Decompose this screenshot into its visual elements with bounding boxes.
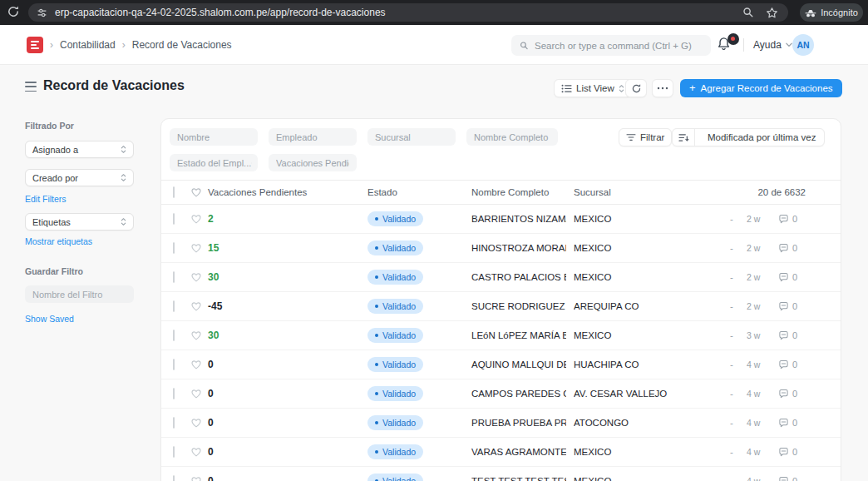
table-row[interactable]: 0 Validado VARAS AGRAMONTE ... MEXICO - … <box>161 438 841 467</box>
comment-count: 0 <box>792 243 797 253</box>
row-checkbox[interactable] <box>173 476 175 481</box>
comment-count: 0 <box>792 476 797 481</box>
row-status-badge: Validado <box>367 357 423 372</box>
filter-sucursal-input[interactable] <box>367 128 456 146</box>
like-heart-icon[interactable] <box>190 360 202 370</box>
row-comments: 0 <box>778 418 797 428</box>
table-row[interactable]: 0 Validado CAMPOS PAREDES G... AV. CESAR… <box>161 379 841 409</box>
row-checkbox[interactable] <box>173 418 175 428</box>
row-branch: MEXICO <box>574 447 698 457</box>
select-all-checkbox[interactable] <box>173 187 175 197</box>
filter-nombre-completo-input[interactable] <box>466 128 558 146</box>
show-tags-link[interactable]: Mostrar etiquetas <box>25 236 92 246</box>
column-sucursal[interactable]: Sucursal <box>574 187 611 197</box>
like-heart-icon[interactable] <box>190 330 202 341</box>
site-info-icon[interactable] <box>37 7 47 18</box>
like-heart-icon[interactable] <box>190 476 202 481</box>
row-pending-value: 30 <box>208 330 219 341</box>
created-by-select[interactable]: Creado por <box>25 169 134 186</box>
address-bar[interactable]: erp-capacitacion-qa-24-02-2025.shalom.co… <box>28 3 788 22</box>
column-vacaciones-pendientes[interactable]: Vacaciones Pendientes <box>208 187 307 197</box>
status-dot-icon <box>375 305 378 308</box>
row-checkbox[interactable] <box>173 214 175 224</box>
app-logo[interactable] <box>27 37 43 53</box>
show-saved-link[interactable]: Show Saved <box>25 314 74 324</box>
row-status-badge: Validado <box>367 386 423 401</box>
like-filter-icon[interactable] <box>190 187 202 198</box>
filter-vacaciones-pendientes-input[interactable] <box>269 154 357 171</box>
like-heart-icon[interactable] <box>190 389 202 399</box>
assigned-to-select[interactable]: Asignado a <box>25 141 134 158</box>
table-row[interactable]: 30 Validado LEóN LóPEZ MARÍA B... MEXICO… <box>161 321 841 350</box>
row-comments: 0 <box>778 476 797 481</box>
row-status-badge: Validado <box>367 444 423 459</box>
filter-nombre-input[interactable] <box>170 128 258 146</box>
tags-select[interactable]: Etiquetas <box>25 213 134 231</box>
breadcrumb-item-record-de-vacaciones[interactable]: Record de Vacaciones <box>132 39 232 51</box>
add-record-button[interactable]: + Agregar Record de Vacaciones <box>680 79 842 97</box>
like-heart-icon[interactable] <box>190 418 202 429</box>
table-row[interactable]: 0 Validado TEST TEST TEST TEST... MEXICO… <box>161 467 841 481</box>
row-checkbox[interactable] <box>173 272 175 282</box>
like-heart-icon[interactable] <box>190 243 202 254</box>
view-switcher-button[interactable]: List View <box>554 79 632 97</box>
browser-reload-icon[interactable] <box>7 5 22 20</box>
filter-name-input[interactable] <box>25 285 134 303</box>
table-row[interactable]: 30 Validado CASTRO PALACIOS B... MEXICO … <box>161 263 841 292</box>
sidebar-toggle-icon[interactable] <box>25 82 37 92</box>
table-row[interactable]: -45 Validado SUCRE RODRIGUEZ J... AREQUI… <box>161 292 841 321</box>
status-dot-icon <box>375 275 378 279</box>
record-count[interactable]: 20 de 6632 <box>757 187 806 197</box>
sort-button[interactable]: Modificada por última vez <box>672 128 825 146</box>
row-checkbox[interactable] <box>173 447 175 457</box>
edit-filters-link[interactable]: Edit Filters <box>25 194 67 204</box>
page-head: Record de Vacaciones List View + Agregar… <box>0 73 868 103</box>
row-checkbox[interactable] <box>173 330 175 340</box>
row-checkbox[interactable] <box>173 301 175 311</box>
bookmark-star-icon[interactable] <box>766 7 778 19</box>
like-heart-icon[interactable] <box>190 272 202 283</box>
user-avatar[interactable]: AN <box>792 34 814 56</box>
column-estado[interactable]: Estado <box>367 187 397 197</box>
table-row[interactable]: 0 Validado PRUEBA PRUEBA PRU... ATOCONGO… <box>161 409 841 438</box>
row-checkbox[interactable] <box>173 360 175 369</box>
sort-descending-icon <box>678 133 689 142</box>
row-assigned: - <box>730 272 733 282</box>
like-heart-icon[interactable] <box>190 214 202 225</box>
breadcrumb: › Contabilidad › Record de Vacaciones <box>50 25 232 65</box>
sort-direction-toggle[interactable] <box>673 129 695 146</box>
like-heart-icon[interactable] <box>190 301 202 312</box>
estado-empleado-placeholder: Estado del Empl... <box>177 158 251 168</box>
more-options-button[interactable] <box>652 79 673 97</box>
zoom-icon[interactable] <box>742 7 754 18</box>
filter-empleado-input[interactable] <box>269 128 357 146</box>
app-navbar: › Contabilidad › Record de Vacaciones Ay… <box>0 25 868 65</box>
table-row[interactable]: 2 Validado BARRIENTOS NIZAMA... MEXICO -… <box>161 205 841 234</box>
table-row[interactable]: 0 Validado AQUINO MALLQUI DE... HUACHIPA… <box>161 350 841 379</box>
url-text[interactable]: erp-capacitacion-qa-24-02-2025.shalom.co… <box>55 7 742 18</box>
row-full-name: BARRIENTOS NIZAMA... <box>471 214 566 224</box>
row-checkbox[interactable] <box>173 243 175 253</box>
refresh-button[interactable] <box>625 79 647 97</box>
row-status-badge: Validado <box>367 270 423 285</box>
row-full-name: AQUINO MALLQUI DE... <box>471 360 566 369</box>
filter-button[interactable]: Filtrar <box>619 128 672 146</box>
tags-value: Etiquetas <box>32 217 71 227</box>
search-input[interactable] <box>535 41 703 51</box>
row-assigned: - <box>730 301 733 311</box>
row-comments: 0 <box>778 360 797 369</box>
breadcrumb-item-contabilidad[interactable]: Contabilidad <box>60 39 116 51</box>
filter-estado-empleado-select[interactable]: Estado del Empl... <box>170 154 258 171</box>
status-dot-icon <box>375 217 378 221</box>
comment-count: 0 <box>792 301 797 311</box>
comment-count: 0 <box>792 389 797 399</box>
table-row[interactable]: 15 Validado HINOSTROZA MORAL... MEXICO -… <box>161 234 841 263</box>
help-dropdown[interactable]: Ayuda <box>753 25 792 65</box>
comment-icon <box>778 447 789 457</box>
like-heart-icon[interactable] <box>190 447 202 458</box>
global-search[interactable] <box>511 35 711 56</box>
row-full-name: TEST TEST TEST TEST... <box>471 476 566 481</box>
notifications-button[interactable] <box>717 37 735 55</box>
row-checkbox[interactable] <box>173 389 175 399</box>
column-nombre-completo[interactable]: Nombre Completo <box>471 187 549 197</box>
